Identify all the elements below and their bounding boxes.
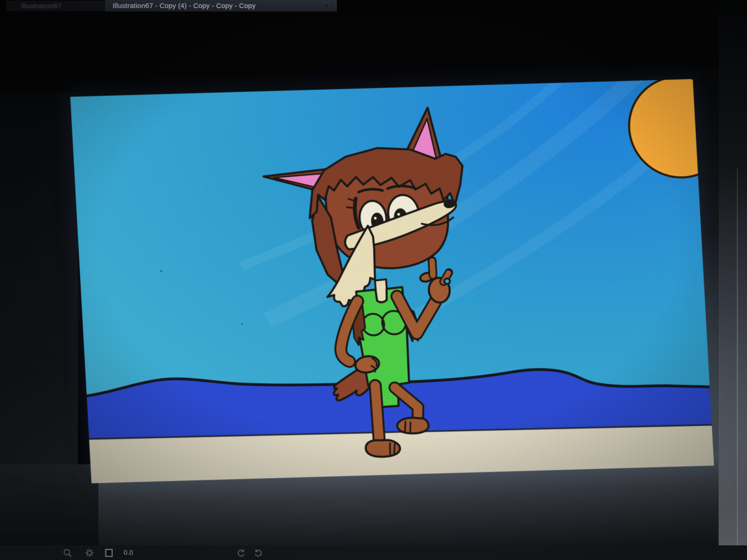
- tab-illustration67[interactable]: Illustration67: [6, 1, 120, 11]
- tab-illustration67-copy[interactable]: Illustration67 - Copy (4) - Copy - Copy …: [105, 0, 337, 11]
- gear-icon[interactable]: [84, 548, 95, 558]
- tab-label: Illustration67: [21, 2, 61, 10]
- redo-icon[interactable]: [253, 548, 264, 558]
- tab-bar: Illustration67 Illustration67 - Copy (4)…: [0, 0, 747, 12]
- workspace-shade-left: [0, 91, 78, 494]
- photographed-screen: Illustration67 Illustration67 - Copy (4)…: [0, 0, 747, 560]
- magnifier-icon[interactable]: [62, 548, 73, 558]
- undo-icon[interactable]: [236, 548, 246, 558]
- stop-square-icon[interactable]: [103, 548, 114, 558]
- close-icon[interactable]: ×: [322, 1, 331, 10]
- tab-label: Illustration67 - Copy (4) - Copy - Copy …: [112, 2, 256, 9]
- beach-fox-illustration: [70, 79, 714, 483]
- laptop-bezel-edge: [719, 0, 747, 560]
- zoom-level-readout: 0.0: [124, 549, 133, 556]
- fox-right-foot: [397, 417, 429, 434]
- drawing-canvas[interactable]: [70, 79, 714, 483]
- bottom-toolbar: 0.0: [0, 545, 747, 560]
